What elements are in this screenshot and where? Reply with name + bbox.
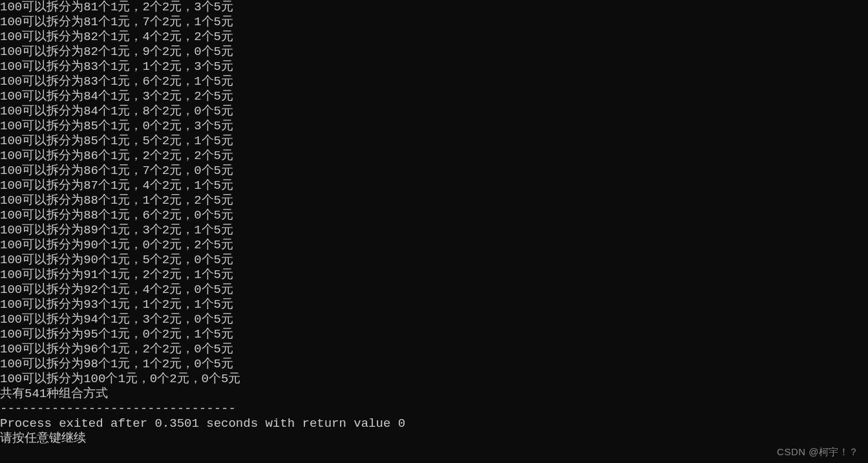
output-line: 100可以拆分为86个1元，2个2元，2个5元 <box>0 149 868 164</box>
output-line: 100可以拆分为81个1元，2个2元，3个5元 <box>0 0 868 15</box>
output-line: 100可以拆分为83个1元，6个2元，1个5元 <box>0 74 868 89</box>
output-line: 100可以拆分为94个1元，3个2元，0个5元 <box>0 312 868 327</box>
output-line: 100可以拆分为90个1元，0个2元，2个5元 <box>0 238 868 253</box>
watermark-text: CSDN @柯宇！？ <box>777 444 859 459</box>
output-line: 100可以拆分为91个1元，2个2元，1个5元 <box>0 268 868 283</box>
output-line: 100可以拆分为96个1元，2个2元，0个5元 <box>0 342 868 357</box>
output-line: 100可以拆分为100个1元，0个2元，0个5元 <box>0 372 868 387</box>
output-line: 100可以拆分为95个1元，0个2元，1个5元 <box>0 327 868 342</box>
output-line: 100可以拆分为82个1元，9个2元，0个5元 <box>0 45 868 59</box>
output-line: 100可以拆分为89个1元，3个2元，1个5元 <box>0 223 868 238</box>
output-line: 100可以拆分为87个1元，4个2元，1个5元 <box>0 178 868 193</box>
output-line: 100可以拆分为92个1元，4个2元，0个5元 <box>0 283 868 297</box>
output-line: 100可以拆分为81个1元，7个2元，1个5元 <box>0 15 868 30</box>
output-line: 100可以拆分为84个1元，3个2元，2个5元 <box>0 89 868 104</box>
output-line: 100可以拆分为93个1元，1个2元，1个5元 <box>0 297 868 312</box>
output-line: 100可以拆分为88个1元，6个2元，0个5元 <box>0 208 868 223</box>
output-line: 100可以拆分为88个1元，1个2元，2个5元 <box>0 193 868 208</box>
output-line: 100可以拆分为90个1元，5个2元，0个5元 <box>0 253 868 268</box>
output-line: 100可以拆分为85个1元，0个2元，3个5元 <box>0 119 868 134</box>
exit-line: Process exited after 0.3501 seconds with… <box>0 416 868 431</box>
prompt-line: 请按任意键继续 <box>0 431 868 446</box>
output-line: 100可以拆分为85个1元，5个2元，1个5元 <box>0 134 868 149</box>
console-output: 100可以拆分为81个1元，2个2元，3个5元100可以拆分为81个1元，7个2… <box>0 0 868 446</box>
output-line: 100可以拆分为84个1元，8个2元，0个5元 <box>0 104 868 119</box>
output-line: 100可以拆分为82个1元，4个2元，2个5元 <box>0 30 868 45</box>
separator-line: -------------------------------- <box>0 402 868 416</box>
output-line: 100可以拆分为86个1元，7个2元，0个5元 <box>0 164 868 178</box>
output-line: 100可以拆分为83个1元，1个2元，3个5元 <box>0 59 868 74</box>
output-line: 100可以拆分为98个1元，1个2元，0个5元 <box>0 357 868 372</box>
summary-line: 共有541种组合方式 <box>0 387 868 402</box>
